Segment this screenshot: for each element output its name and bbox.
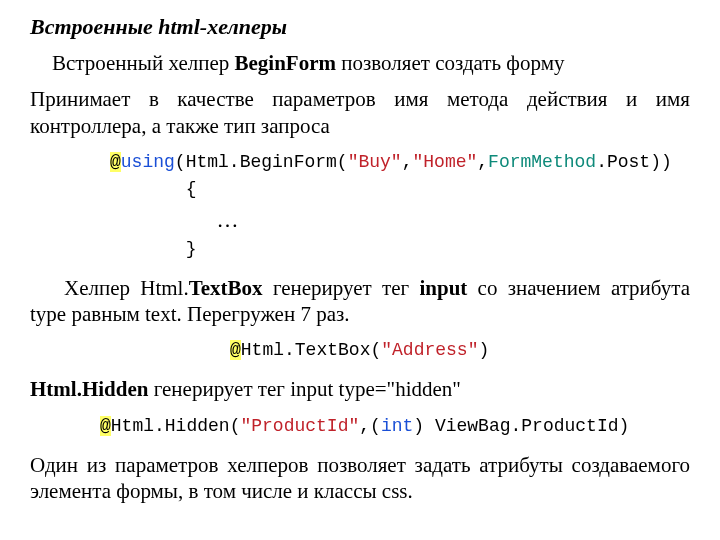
code-string: "Address"	[381, 340, 478, 360]
code-text: )	[478, 340, 489, 360]
code-type: FormMethod	[488, 152, 596, 172]
text: генерирует тег	[263, 276, 420, 300]
text: позволяет создать форму	[336, 51, 564, 75]
code-string: "Buy"	[348, 152, 402, 172]
code-brace: {	[186, 179, 197, 199]
code-at: @	[110, 152, 121, 172]
code-keyword: int	[381, 416, 413, 436]
code-keyword: using	[121, 152, 175, 172]
text-bold: BeginForm	[235, 51, 336, 75]
text: генерирует тег input type="hidden"	[148, 377, 460, 401]
code-text: ,	[402, 152, 413, 172]
code-text: ,(	[359, 416, 381, 436]
code-brace: }	[186, 239, 197, 259]
document-page: Встроенные html-хелперы Встроенный хелпе…	[0, 0, 720, 504]
paragraph-params: Принимает в качестве параметров имя мето…	[30, 86, 690, 139]
paragraph-intro: Встроенный хелпер BeginForm позволяет со…	[30, 50, 690, 76]
text: Встроенный хелпер	[52, 51, 235, 75]
text: Хелпер Html.	[64, 276, 189, 300]
code-text: ,	[477, 152, 488, 172]
code-text: ) ViewBag.ProductId)	[413, 416, 629, 436]
code-string: "Home"	[412, 152, 477, 172]
code-textbox: @Html.TextBox("Address")	[230, 337, 690, 364]
paragraph-hidden: Html.Hidden генерирует тег input type="h…	[30, 376, 690, 402]
page-heading: Встроенные html-хелперы	[30, 14, 690, 40]
code-string: "ProductId"	[240, 416, 359, 436]
paragraph-attrs: Один из параметров хелперов позволяет за…	[30, 452, 690, 505]
text-bold: Html.Hidden	[30, 377, 148, 401]
code-at: @	[100, 416, 111, 436]
code-hidden: @Html.Hidden("ProductId",(int) ViewBag.P…	[100, 413, 690, 440]
code-text: Html.Hidden(	[111, 416, 241, 436]
text-bold: input	[419, 276, 467, 300]
code-text: (Html.BeginForm(	[175, 152, 348, 172]
paragraph-textbox: Хелпер Html.TextBox генерирует тег input…	[30, 275, 690, 328]
text-bold: TextBox	[189, 276, 263, 300]
code-ellipsis: …	[196, 207, 238, 232]
code-at: @	[230, 340, 241, 360]
code-beginform: @using(Html.BeginForm("Buy","Home",FormM…	[110, 149, 690, 263]
code-text: .Post))	[596, 152, 672, 172]
code-text: Html.TextBox(	[241, 340, 381, 360]
